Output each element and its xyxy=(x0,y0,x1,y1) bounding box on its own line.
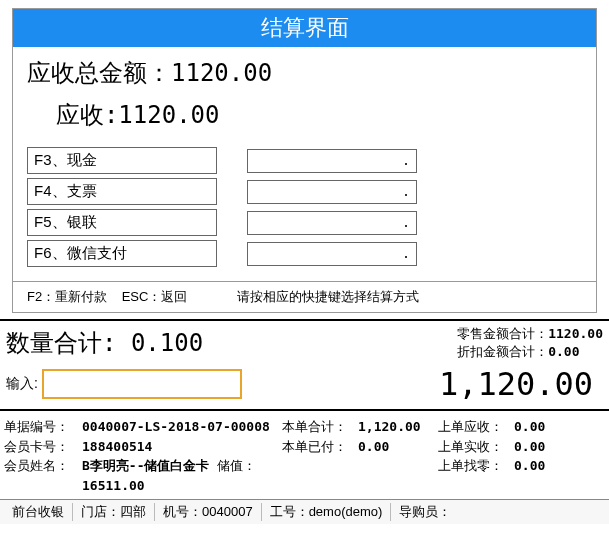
discount-value: 0.00 xyxy=(548,344,579,359)
method-label: F6、微信支付 xyxy=(27,240,217,267)
status-guide: 导购员： xyxy=(391,503,459,521)
main-input[interactable] xyxy=(42,369,242,399)
input-row: 输入: 1,120.00 xyxy=(0,363,609,409)
doc-no-label: 单据编号： xyxy=(4,417,82,437)
this-paid: 0.00 xyxy=(358,437,438,457)
due-amount-line: 应收:1120.00 xyxy=(27,99,582,131)
blank xyxy=(358,456,438,495)
retail-block: 零售金额合计：1120.00 折扣金额合计：0.00 xyxy=(457,323,603,363)
prev-recv: 0.00 xyxy=(514,437,545,457)
doc-no: 0040007-LS-2018-07-00008 xyxy=(82,417,282,437)
prev-change: 0.00 xyxy=(514,456,545,495)
method-label: F4、支票 xyxy=(27,178,217,205)
input-label: 输入: xyxy=(6,375,38,393)
stored-value: 16511.00 xyxy=(82,478,145,493)
divider xyxy=(0,319,609,321)
card-no-label: 会员卡号： xyxy=(4,437,82,457)
unionpay-input[interactable] xyxy=(247,211,417,235)
stored-label: 储值： xyxy=(217,458,256,473)
discount-label: 折扣金额合计： xyxy=(457,344,548,359)
due-label: 应收: xyxy=(56,101,118,129)
wechat-input[interactable] xyxy=(247,242,417,266)
status-store: 门店：四部 xyxy=(73,503,155,521)
blank xyxy=(282,456,358,495)
method-label: F5、银联 xyxy=(27,209,217,236)
dialog-title: 结算界面 xyxy=(13,9,596,47)
method-row-unionpay: F5、银联 xyxy=(27,209,582,236)
status-pos: 前台收银 xyxy=(4,503,73,521)
hint-left: F2：重新付款 ESC：返回 xyxy=(27,288,237,306)
prev-due-label: 上单应收： xyxy=(438,417,514,437)
hint-row: F2：重新付款 ESC：返回 请按相应的快捷键选择结算方式 xyxy=(13,281,596,312)
payment-methods: F3、现金 F4、支票 F5、银联 F6、微信支付 xyxy=(13,147,596,281)
status-bar: 前台收银 门店：四部 机号：0040007 工号：demo(demo) 导购员： xyxy=(0,499,609,524)
hint-right: 请按相应的快捷键选择结算方式 xyxy=(237,288,582,306)
info-block: 单据编号： 0040007-LS-2018-07-00008 本单合计： 1,1… xyxy=(0,409,609,499)
card-no: 188400514 xyxy=(82,437,282,457)
method-row-wechat: F6、微信支付 xyxy=(27,240,582,267)
method-row-cheque: F4、支票 xyxy=(27,178,582,205)
method-row-cash: F3、现金 xyxy=(27,147,582,174)
this-total-label: 本单合计： xyxy=(282,417,358,437)
qty-label: 数量合计: xyxy=(6,329,116,357)
total-value: 1120.00 xyxy=(171,59,272,87)
this-paid-label: 本单已付： xyxy=(282,437,358,457)
due-value: 1120.00 xyxy=(118,101,219,129)
big-amount: 1,120.00 xyxy=(439,365,603,403)
status-emp: 工号：demo(demo) xyxy=(262,503,392,521)
qty-value: 0.100 xyxy=(131,329,203,357)
qty-block: 数量合计: 0.100 xyxy=(6,323,203,363)
status-machine: 机号：0040007 xyxy=(155,503,262,521)
this-total: 1,120.00 xyxy=(358,417,438,437)
summary-row: 数量合计: 0.100 零售金额合计：1120.00 折扣金额合计：0.00 xyxy=(0,323,609,363)
amount-block: 应收总金额：1120.00 应收:1120.00 xyxy=(13,47,596,147)
total-label: 应收总金额： xyxy=(27,59,171,87)
member-name: B李明亮--储值白金卡 储值：16511.00 xyxy=(82,456,282,495)
hint-esc: ESC：返回 xyxy=(122,289,188,304)
name-label: 会员姓名： xyxy=(4,456,82,495)
cheque-input[interactable] xyxy=(247,180,417,204)
retail-label: 零售金额合计： xyxy=(457,326,548,341)
retail-value: 1120.00 xyxy=(548,326,603,341)
prev-due: 0.00 xyxy=(514,417,545,437)
hint-f2: F2：重新付款 xyxy=(27,289,107,304)
total-amount-line: 应收总金额：1120.00 xyxy=(27,57,582,89)
prev-change-label: 上单找零： xyxy=(438,456,514,495)
prev-recv-label: 上单实收： xyxy=(438,437,514,457)
cash-input[interactable] xyxy=(247,149,417,173)
method-label: F3、现金 xyxy=(27,147,217,174)
settlement-dialog: 结算界面 应收总金额：1120.00 应收:1120.00 F3、现金 F4、支… xyxy=(12,8,597,313)
